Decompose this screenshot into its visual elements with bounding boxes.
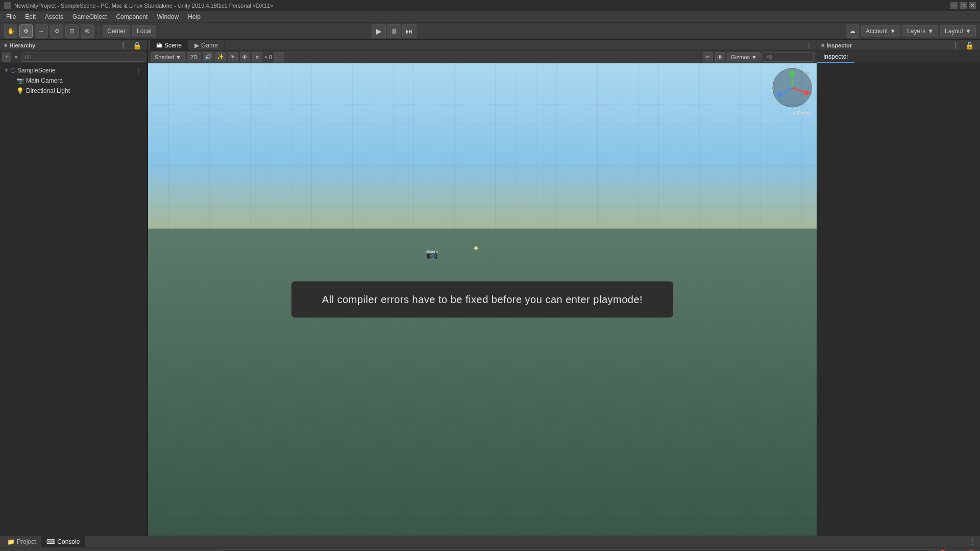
inspector-tab-inspector[interactable]: Inspector [817, 51, 854, 63]
scene-camera-object: 📷 [426, 247, 438, 260]
play-button[interactable]: ▶ [372, 24, 386, 38]
compiler-error-text: All compiler errors have to be fixed bef… [322, 294, 643, 305]
menu-edit[interactable]: Edit [21, 12, 40, 21]
audio-toggle[interactable]: 🔊 [203, 52, 213, 62]
console-error-pause-button[interactable]: Error Pause [151, 549, 187, 552]
hand-tool-button[interactable]: ✋ [4, 24, 17, 38]
menu-file[interactable]: File [2, 12, 20, 21]
svg-text:X: X [809, 90, 812, 95]
2d-label: 2D [190, 54, 198, 60]
hierarchy-icon: ≡ [4, 42, 7, 48]
hierarchy-label-directional-light: Directional Light [26, 87, 70, 94]
inspector-panel-header: ≡ Inspector ⋮ 🔒 [817, 40, 980, 51]
grid-toggle[interactable]: # [252, 52, 262, 62]
scene-camera-settings[interactable]: 🎥 [274, 52, 284, 62]
close-button[interactable]: ✕ [969, 2, 976, 9]
toolbar-sep-1 [98, 26, 99, 37]
scene-search-input[interactable] [763, 53, 814, 62]
space-toggle[interactable]: Local [132, 25, 156, 37]
scene-perspective-label[interactable]: < Persp [792, 110, 812, 116]
project-tab-icon: 📁 [7, 538, 15, 545]
console-toolbar: Clear Collapse Clear on Play Clear on Bu… [0, 547, 980, 551]
hierarchy-item-samplescene[interactable]: ▼ ⬡ SampleScene ⋮ [0, 65, 148, 76]
right-toolbar: ☁ Account ▼ Layers ▼ Layout ▼ [846, 24, 976, 38]
console-clear-on-play-button[interactable]: Clear on Play [59, 549, 100, 552]
hierarchy-content: ▼ ⬡ SampleScene ⋮ 📷 Main Camera 💡 Direct… [0, 63, 148, 536]
project-tab-label: Project [17, 538, 36, 545]
hierarchy-scene-more[interactable]: ⋮ [133, 67, 143, 74]
scene-lighting-toggle[interactable]: ☀ [228, 52, 238, 62]
camera-icon: 📷 [16, 77, 24, 84]
tab-console[interactable]: ⌨ Console [41, 536, 85, 547]
layer-count: ● 0 [264, 54, 272, 60]
console-search-input[interactable] [218, 549, 935, 552]
move-tool-button[interactable]: ✥ [19, 24, 33, 38]
2d-toggle[interactable]: 2D [187, 52, 201, 62]
menu-help[interactable]: Help [184, 12, 205, 21]
bottom-tabs-bar: 📁 Project ⌨ Console ⋮ [0, 536, 980, 547]
console-tab-icon: ⌨ [46, 538, 55, 545]
account-dropdown[interactable]: Account ▼ [861, 25, 900, 37]
step-button[interactable]: ⏭ [402, 24, 416, 38]
scale-tool-button[interactable]: ⟲ [50, 24, 63, 38]
account-label: Account [866, 28, 888, 35]
scene-view-toggle[interactable]: 👁 [240, 52, 250, 62]
menu-assets[interactable]: Assets [41, 12, 67, 21]
hierarchy-item-main-camera[interactable]: 📷 Main Camera [0, 76, 148, 86]
pause-button[interactable]: ⏸ [387, 24, 401, 38]
scene-gizmo[interactable]: Y X Z [772, 67, 813, 108]
bottom-section: 📁 Project ⌨ Console ⋮ Clear Collapse Cle… [0, 536, 980, 551]
window-title: NewUnityProject - SampleScene - PC, Mac … [14, 3, 274, 9]
rect-tool-button[interactable]: ⊡ [65, 24, 79, 38]
menu-component[interactable]: Component [112, 12, 152, 21]
hierarchy-item-directional-light[interactable]: 💡 Directional Light [0, 86, 148, 96]
light-icon: 💡 [16, 87, 24, 94]
inspector-more-button[interactable]: ⋮ [950, 41, 961, 49]
scene-render-mode[interactable]: 👁 [715, 52, 725, 62]
hierarchy-tools: + ▼ [0, 51, 148, 63]
pivot-toggle[interactable]: Center [103, 25, 130, 37]
menu-gameobject[interactable]: GameObject [68, 12, 111, 21]
hierarchy-lock-icon[interactable]: 🔒 [131, 41, 143, 49]
minimize-button[interactable]: — [950, 2, 958, 9]
inspector-content [817, 63, 980, 536]
gizmos-chevron-icon: ▼ [751, 54, 757, 60]
gizmos-label: Gizmos [731, 54, 750, 60]
scene-scissor-icon[interactable]: ✂ [703, 52, 713, 62]
tab-game[interactable]: ▶ Game [188, 40, 225, 51]
title-bar-left: NewUnityProject - SampleScene - PC, Mac … [4, 2, 274, 9]
svg-text:Y: Y [791, 68, 794, 73]
tab-scene[interactable]: 🏔 Scene [150, 40, 188, 51]
transform-tool-button[interactable]: ⊗ [81, 24, 94, 38]
cloud-button[interactable]: ☁ [846, 24, 859, 38]
console-more-button[interactable]: ⋮ [967, 538, 978, 546]
gizmos-dropdown[interactable]: Gizmos ▼ [727, 52, 761, 62]
console-clear-button[interactable]: Clear [4, 549, 23, 552]
game-tab-icon: ▶ [194, 42, 199, 49]
hierarchy-add-dropdown[interactable]: ▼ [13, 54, 19, 60]
scene-toolbar: Shaded ▼ 2D 🔊 ✨ ☀ 👁 # ● 0 🎥 ✂ 👁 Gizmos ▼ [148, 51, 817, 63]
title-bar: NewUnityProject - SampleScene - PC, Mac … [0, 0, 980, 11]
layout-dropdown[interactable]: Layout ▼ [940, 25, 976, 37]
hierarchy-add-button[interactable]: + [2, 53, 11, 62]
console-clear-on-build-button[interactable]: Clear on Build [104, 549, 146, 552]
hierarchy-label-samplescene: SampleScene [17, 67, 56, 74]
menu-window[interactable]: Window [153, 12, 183, 21]
layers-dropdown[interactable]: Layers ▼ [902, 25, 938, 37]
svg-rect-10 [803, 72, 810, 73]
hierarchy-search-input[interactable] [21, 53, 145, 62]
inspector-lock-button[interactable]: 🔒 [963, 41, 976, 49]
maximize-button[interactable]: □ [960, 2, 967, 9]
fx-toggle[interactable]: ✨ [215, 52, 226, 62]
scene-view: 📷 ✦ All compiler errors have to be fixed… [148, 63, 817, 536]
hierarchy-more-button[interactable]: ⋮ [117, 41, 129, 49]
scene-tab-label: Scene [164, 42, 182, 49]
rotate-tool-button[interactable]: ↔ [35, 24, 48, 38]
pivot-label: Center [107, 28, 126, 35]
account-chevron-icon: ▼ [890, 28, 896, 35]
console-collapse-button[interactable]: Collapse [27, 549, 55, 552]
tab-project[interactable]: 📁 Project [2, 536, 41, 547]
shading-mode-dropdown[interactable]: Shaded ▼ [151, 52, 185, 62]
inspector-panel: ≡ Inspector ⋮ 🔒 Inspector [817, 40, 980, 536]
scene-tabs-more[interactable]: ⋮ [803, 41, 815, 49]
